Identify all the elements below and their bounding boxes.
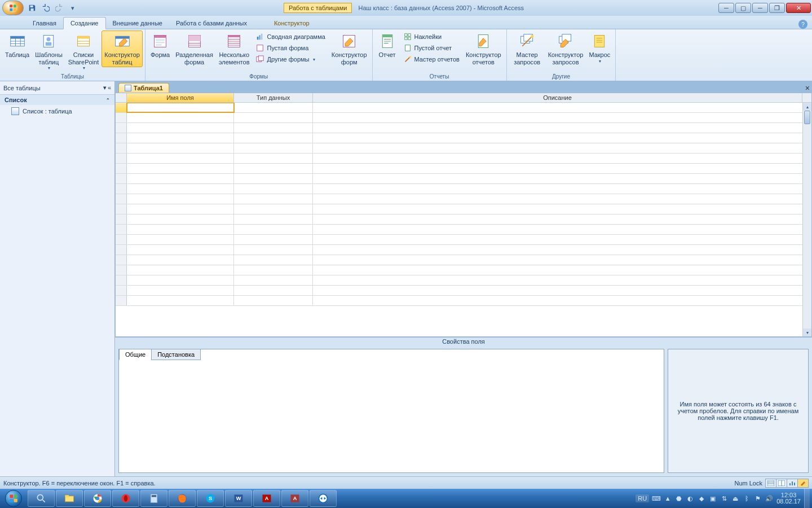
taskbar-item-teamviewer[interactable] bbox=[310, 490, 337, 507]
tray-flag-icon[interactable]: ▲ bbox=[664, 494, 672, 502]
row-selector-header[interactable] bbox=[116, 93, 127, 102]
taskbar-item-access[interactable]: A bbox=[281, 490, 308, 507]
taskbar-item-opera[interactable] bbox=[112, 490, 139, 507]
taskbar-item-explorer[interactable] bbox=[56, 490, 83, 507]
field-properties-title: Свойства поля bbox=[115, 337, 812, 345]
labels-icon bbox=[403, 32, 412, 41]
nav-collapse-icon[interactable]: « bbox=[108, 84, 111, 91]
taskbar-item-word[interactable]: W bbox=[225, 490, 252, 507]
svg-rect-21 bbox=[115, 36, 129, 38]
qat-customize-icon[interactable]: ▾ bbox=[67, 2, 79, 14]
field-name-cell[interactable] bbox=[127, 103, 234, 112]
taskbar-item-firefox[interactable] bbox=[169, 490, 196, 507]
tab-home[interactable]: Главная bbox=[26, 17, 63, 29]
show-desktop-button[interactable] bbox=[804, 489, 810, 508]
table-design-button[interactable]: Конструктор таблиц bbox=[102, 30, 143, 67]
grid-body[interactable]: ▴▾ bbox=[116, 103, 811, 336]
scroll-up-icon[interactable]: ▴ bbox=[803, 103, 811, 111]
svg-rect-25 bbox=[156, 42, 165, 43]
taskbar-item-calculator[interactable] bbox=[140, 490, 167, 507]
close-button[interactable]: ✕ bbox=[786, 3, 811, 13]
datasheet-view-button[interactable] bbox=[765, 479, 776, 488]
nav-dropdown-icon[interactable]: ▾ bbox=[103, 84, 107, 91]
scroll-down-icon[interactable]: ▾ bbox=[803, 329, 811, 336]
document-close-button[interactable]: × bbox=[805, 84, 810, 93]
tab-design[interactable]: Конструктор bbox=[267, 17, 316, 29]
row-selector[interactable] bbox=[116, 103, 127, 112]
column-header-data-type[interactable]: Тип данных bbox=[234, 93, 313, 102]
tab-database-tools[interactable]: Работа с базами данных bbox=[169, 17, 254, 29]
tray-bluetooth-icon[interactable]: ᛒ bbox=[743, 494, 751, 502]
pivot-chart-button[interactable]: Сводная диаграмма bbox=[253, 32, 327, 42]
redo-icon[interactable] bbox=[53, 2, 65, 14]
tab-general[interactable]: Общие bbox=[119, 349, 152, 360]
blank-form-button[interactable]: Пустая форма bbox=[253, 43, 327, 53]
taskbar-item-skype[interactable]: S bbox=[197, 490, 224, 507]
minimize2-button[interactable]: ─ bbox=[752, 3, 768, 13]
tab-create[interactable]: Создание bbox=[63, 17, 106, 29]
data-type-cell[interactable] bbox=[234, 103, 313, 112]
sharepoint-lists-button[interactable]: Списки SharePoint bbox=[65, 30, 102, 72]
tray-ccleaner-icon[interactable]: ◐ bbox=[686, 494, 694, 502]
form-button[interactable]: Форма bbox=[148, 30, 173, 60]
table-templates-button[interactable]: Шаблоны таблиц bbox=[32, 30, 65, 72]
nav-group-spisok[interactable]: Список⌃ bbox=[0, 95, 114, 105]
design-view-button[interactable] bbox=[797, 479, 809, 488]
office-button[interactable] bbox=[2, 1, 24, 15]
pivot-table-view-button[interactable] bbox=[776, 479, 787, 488]
undo-icon[interactable] bbox=[39, 2, 52, 14]
scrollbar-corner bbox=[802, 93, 811, 102]
report-design-button[interactable]: Конструктор отчетов bbox=[463, 30, 504, 67]
scroll-thumb[interactable] bbox=[804, 111, 810, 124]
nav-item-spisok-table[interactable]: Список : таблица bbox=[0, 105, 114, 117]
taskbar-item-magnifier[interactable] bbox=[28, 490, 55, 507]
column-header-field-name[interactable]: Имя поля bbox=[127, 93, 234, 102]
svg-text:W: W bbox=[236, 496, 241, 501]
svg-rect-80 bbox=[65, 495, 69, 497]
tray-app-icon[interactable]: ◆ bbox=[698, 494, 705, 502]
document-tab-tablitsa1[interactable]: Таблица1 bbox=[118, 83, 169, 93]
svg-rect-6 bbox=[30, 8, 33, 11]
svg-rect-76 bbox=[14, 499, 17, 502]
form-design-button[interactable]: Конструктор форм bbox=[329, 30, 370, 67]
field-properties-sheet[interactable]: Общие Подстановка bbox=[118, 349, 664, 473]
column-header-description[interactable]: Описание bbox=[313, 93, 802, 102]
svg-rect-26 bbox=[156, 44, 162, 46]
more-forms-button[interactable]: Другие формы bbox=[253, 54, 327, 64]
nav-pane-header[interactable]: Все таблицы ▾« bbox=[0, 81, 114, 95]
labels-button[interactable]: Наклейки bbox=[401, 32, 462, 42]
tab-external-data[interactable]: Внешние данные bbox=[106, 17, 169, 29]
description-cell[interactable] bbox=[313, 103, 811, 112]
save-icon[interactable] bbox=[26, 2, 38, 14]
table-object-icon bbox=[125, 85, 131, 91]
taskbar-item-chrome[interactable] bbox=[84, 490, 111, 507]
tray-keyboard-icon[interactable]: ⌨ bbox=[652, 494, 660, 502]
tray-av-icon[interactable]: ▣ bbox=[709, 494, 717, 502]
report-button[interactable]: Отчет bbox=[375, 30, 400, 60]
tray-volume-icon[interactable]: 🔊 bbox=[765, 494, 773, 502]
report-wizard-button[interactable]: Мастер отчетов bbox=[401, 54, 462, 64]
tab-lookup[interactable]: Подстановка bbox=[151, 349, 201, 360]
start-button[interactable] bbox=[0, 489, 27, 508]
tray-clock[interactable]: 12:0308.02.17 bbox=[776, 492, 801, 505]
macro-button[interactable]: Макрос bbox=[586, 30, 613, 65]
blank-report-button[interactable]: Пустой отчет bbox=[401, 43, 462, 53]
pivot-chart-view-button[interactable] bbox=[787, 479, 798, 488]
minimize-button[interactable]: ─ bbox=[718, 3, 734, 13]
tray-usb-icon[interactable]: ⏏ bbox=[731, 494, 739, 502]
restore-button[interactable]: ❐ bbox=[769, 3, 785, 13]
taskbar: S W A A RU ⌨ ▲ ⬣ ◐ ◆ ▣ ⇅ ⏏ ᛒ ⚑ 🔊 12:0308… bbox=[0, 489, 812, 508]
split-form-button[interactable]: Разделенная форма bbox=[173, 30, 216, 67]
tray-shield-icon[interactable]: ⬣ bbox=[675, 494, 683, 502]
multiple-items-button[interactable]: Несколько элементов bbox=[216, 30, 253, 67]
help-button[interactable]: ? bbox=[798, 20, 807, 29]
table-button[interactable]: Таблица bbox=[2, 30, 32, 60]
vertical-scrollbar[interactable]: ▴▾ bbox=[802, 103, 811, 336]
tray-action-icon[interactable]: ⚑ bbox=[754, 494, 762, 502]
language-indicator[interactable]: RU bbox=[636, 494, 649, 502]
query-wizard-button[interactable]: Мастер запросов bbox=[509, 30, 545, 67]
query-design-button[interactable]: Конструктор запросов bbox=[545, 30, 586, 67]
tray-network-icon[interactable]: ⇅ bbox=[720, 494, 728, 502]
maximize-button[interactable]: ▢ bbox=[735, 3, 751, 13]
taskbar-item-acrobat[interactable]: A bbox=[253, 490, 280, 507]
